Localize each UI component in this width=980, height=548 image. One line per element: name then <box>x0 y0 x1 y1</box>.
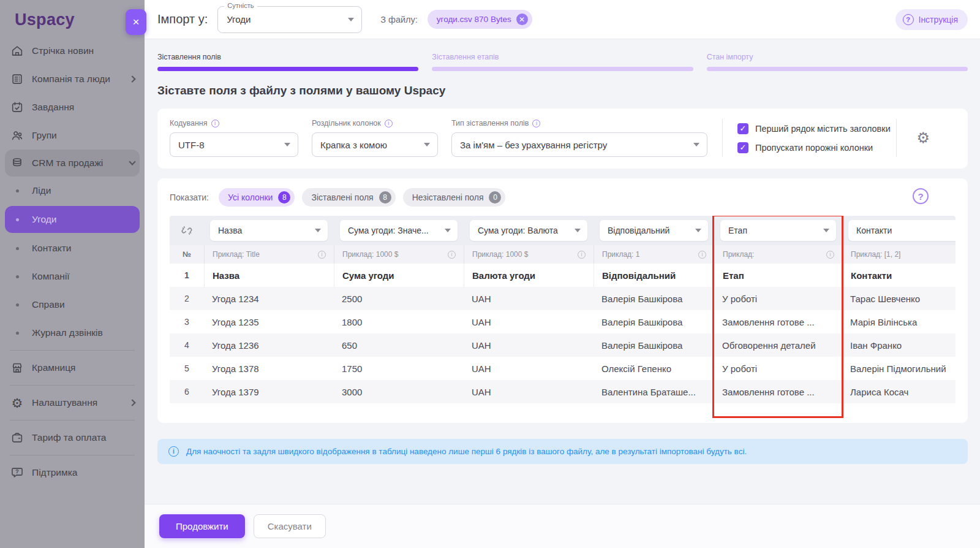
bullet-icon <box>10 275 24 278</box>
sidebar-item-activities[interactable]: Справи <box>0 291 145 319</box>
delimiter-select[interactable]: Крапка з комою <box>312 132 438 157</box>
table-row: 3 Угода 1235 1800 UAH Валерія Башкірова … <box>170 310 956 333</box>
checkbox-checked-icon <box>737 142 748 153</box>
sidebar-item-companies[interactable]: Компанії <box>0 262 145 291</box>
sidebar-item-label: CRM та продажі <box>32 158 103 169</box>
sidebar-item-label: Стрічка новин <box>32 45 94 56</box>
sidebar-item-deals[interactable]: Угоди <box>5 206 140 233</box>
sidebar-item-marketplace[interactable]: Крамниця <box>0 354 145 382</box>
bullet-icon <box>10 189 24 192</box>
company-icon <box>10 72 24 86</box>
divider <box>10 455 135 455</box>
wizard-steps: Зіставлення полів Зіставлення етапів Ста… <box>157 53 968 71</box>
chevron-right-icon <box>129 399 135 406</box>
dropdown-arrow-icon <box>575 229 581 232</box>
mapping-selects-row: Назва Сума угоди: Значе... Сума угоди: В… <box>170 216 956 245</box>
dropdown-arrow-icon <box>823 229 829 232</box>
filter-mapped-fields[interactable]: Зіставлені поля 8 <box>302 188 395 207</box>
sidebar-item-contacts[interactable]: Контакти <box>0 234 145 262</box>
cancel-button[interactable]: Скасувати <box>254 514 326 538</box>
import-wizard-panel: Імпорт у: Сутність Угоди З файлу: угоди.… <box>145 0 980 548</box>
close-sidebar-button[interactable]: × <box>126 9 146 35</box>
sidebar-item-label: Групи <box>32 130 57 141</box>
options-checkboxes: Перший рядок містить заголовки Пропускат… <box>737 123 891 153</box>
divider <box>10 350 135 351</box>
table-help-icon[interactable]: ? <box>913 188 929 204</box>
entity-select[interactable]: Сутність Угоди <box>217 6 362 33</box>
divider <box>896 119 897 157</box>
file-chip-text: угоди.csv 870 Bytes <box>437 15 511 24</box>
sidebar-item-tasks[interactable]: Завдання <box>0 93 145 121</box>
match-type-select[interactable]: За ім'ям – без урахування регістру <box>451 132 707 157</box>
sidebar-item-label: Крамниця <box>32 362 75 373</box>
filter-unmapped-fields[interactable]: Незіставлені поля 0 <box>403 188 506 207</box>
step-progress-bar <box>157 67 418 71</box>
sidebar-item-label: Ліди <box>32 185 51 196</box>
sidebar-item-label: Завдання <box>32 102 74 113</box>
mapping-table-card: Показати: Усі колонки 8 Зіставлені поля … <box>157 178 968 423</box>
continue-button[interactable]: Продовжити <box>159 514 245 538</box>
advanced-settings-gear-icon[interactable]: ⚙ <box>916 131 930 145</box>
import-content: Зіставлення полів Зіставлення етапів Ста… <box>145 39 980 504</box>
first-row-headers-checkbox[interactable]: Перший рядок містить заголовки <box>737 123 891 134</box>
encoding-label: Кодування <box>170 119 208 127</box>
sidebar-nav: Стрічка новин Компанія та люди Завдання … <box>0 34 145 487</box>
chevron-right-icon <box>129 75 135 82</box>
bullet-icon <box>10 218 24 221</box>
sidebar-item-label: Угоди <box>32 214 56 225</box>
step-progress-bar <box>707 67 968 71</box>
step-import-status[interactable]: Стан імпорту <box>707 53 968 71</box>
info-icon: i <box>211 120 219 127</box>
delimiter-value: Крапка з комою <box>320 140 387 150</box>
dropdown-arrow-icon <box>695 229 701 232</box>
bullet-icon <box>10 303 24 306</box>
sidebar-item-label: Компанії <box>32 271 70 282</box>
info-icon: i <box>698 251 706 259</box>
uspacy-logo[interactable]: Uspacy <box>0 0 145 34</box>
column-mapping-select[interactable]: Сума угоди: Значе... <box>340 220 458 241</box>
column-mapping-select[interactable]: Сума угоди: Валюта <box>470 220 587 241</box>
match-type-field: Тип зіставлення полівi За ім'ям – без ур… <box>451 119 707 157</box>
skip-empty-columns-checkbox[interactable]: Пропускати порожні колонки <box>737 142 891 153</box>
step-field-mapping[interactable]: Зіставлення полів <box>157 53 418 71</box>
encoding-select[interactable]: UTF-8 <box>170 132 298 157</box>
sidebar-item-crm[interactable]: CRM та продажі <box>5 150 140 177</box>
sidebar-item-settings[interactable]: ⚙ Налаштування <box>0 389 145 417</box>
column-mapping-select[interactable]: Відповідальний <box>600 220 708 241</box>
sidebar-item-support[interactable]: ? Підтримка <box>0 459 145 487</box>
table-row: 4 Угода 1236 650 UAH Валерія Башкірова О… <box>170 333 956 357</box>
gear-icon: ⚙ <box>10 395 24 410</box>
wallet-icon <box>10 430 24 445</box>
column-mapping-select[interactable]: Назва <box>210 220 328 241</box>
section-heading: Зіставте поля з файлу з полями у вашому … <box>157 84 968 97</box>
people-icon <box>10 128 24 143</box>
sidebar-item-company-people[interactable]: Компанія та люди <box>0 65 145 93</box>
column-mapping-select-stage[interactable]: Етап <box>720 220 836 241</box>
bullet-icon <box>10 332 24 335</box>
shop-icon <box>10 360 24 375</box>
mapping-table: Назва Сума угоди: Значе... Сума угоди: В… <box>170 216 956 419</box>
count-badge: 8 <box>278 191 290 204</box>
sidebar-item-call-log[interactable]: Журнал дзвінків <box>0 319 145 347</box>
instruction-button[interactable]: ? Інструкція <box>895 9 968 30</box>
sidebar-item-newsfeed[interactable]: Стрічка новин <box>0 37 145 65</box>
step-stage-mapping[interactable]: Зіставлення етапів <box>432 53 693 71</box>
column-mapping-select[interactable]: Контакти <box>848 220 956 241</box>
sidebar-item-label: Компанія та люди <box>32 74 110 85</box>
delimiter-field: Роздільник колонокi Крапка з комою <box>312 119 438 157</box>
sidebar-item-leads[interactable]: Ліди <box>0 177 145 205</box>
svg-text:?: ? <box>16 468 19 474</box>
table-row: 5 Угода 1378 1750 UAH Олексій Гепенко У … <box>170 357 956 380</box>
sidebar-item-label: Тариф та оплата <box>32 432 106 443</box>
divider <box>10 385 135 386</box>
wizard-footer: Продовжити Скасувати <box>145 504 980 548</box>
import-topbar: Імпорт у: Сутність Угоди З файлу: угоди.… <box>145 0 980 39</box>
match-type-label: Тип зіставлення полів <box>451 119 529 127</box>
sidebar-item-groups[interactable]: Групи <box>0 121 145 150</box>
remove-file-icon[interactable]: ✕ <box>516 13 528 25</box>
sidebar-item-billing[interactable]: Тариф та оплата <box>0 424 145 452</box>
chevron-down-icon <box>129 158 135 165</box>
filter-all-columns[interactable]: Усі колонки 8 <box>219 188 295 207</box>
sidebar: Uspacy Стрічка новин Компанія та люди За… <box>0 0 145 548</box>
app-root: Uspacy Стрічка новин Компанія та люди За… <box>0 0 980 548</box>
